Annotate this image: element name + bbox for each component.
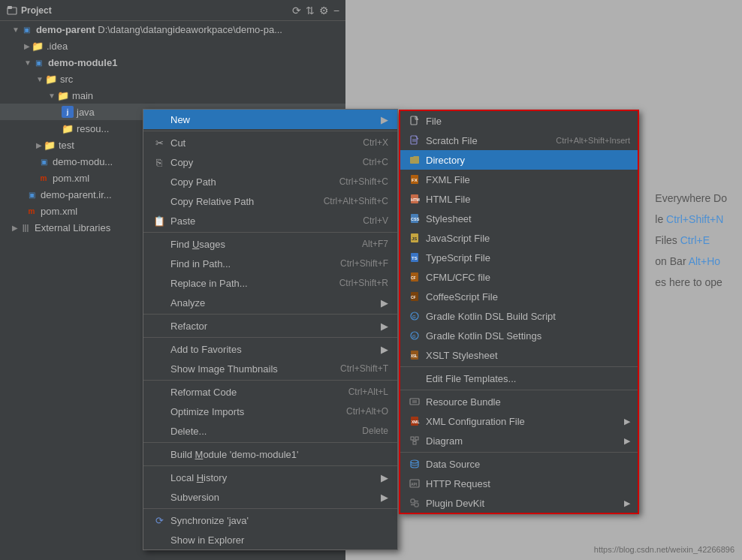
submenu-item-fxml[interactable]: FX FXML File [400, 170, 638, 189]
menu-label-copy-path: Copy Path [170, 176, 324, 188]
menu-item-copy-rel-path[interactable]: Copy Relative Path Ctrl+Alt+Shift+C [143, 191, 397, 211]
submenu-item-coffeescript[interactable]: CF CoffeeScript File [400, 287, 638, 306]
submenu-label-html: HTML File [426, 194, 630, 205]
submenu-arrow: ▶ [381, 344, 388, 355]
menu-item-new[interactable]: New ▶ [143, 110, 397, 129]
svg-text:XSL: XSL [411, 354, 418, 358]
submenu-item-http-request[interactable]: API HTTP Request [400, 474, 638, 493]
settings-icon[interactable]: ⚙ [319, 5, 329, 17]
svg-text:CF: CF [411, 275, 416, 280]
menu-label-subversion: Subversion [170, 492, 378, 503]
menu-item-subversion[interactable]: Subversion ▶ [143, 487, 397, 507]
menu-item-copy[interactable]: ⎘ Copy Ctrl+C [143, 152, 397, 172]
ts-icon: TS [408, 251, 421, 264]
optimize-icon [152, 405, 166, 418]
submenu-item-scratch[interactable]: Scratch File Ctrl+Alt+Shift+Insert [400, 131, 638, 150]
menu-item-cut[interactable]: ✂ Cut Ctrl+X [143, 133, 397, 152]
svg-text:HTML: HTML [411, 197, 420, 202]
tree-item-demo-parent[interactable]: ▼ ▣ demo-parent D:\datang\datangideawork… [0, 21, 345, 38]
submenu-arrow: ▶ [381, 472, 388, 483]
tree-label: resou... [77, 123, 109, 134]
submenu-item-data-source[interactable]: Data Source [400, 454, 638, 474]
diagram-icon [408, 434, 421, 447]
submenu-item-xml-config[interactable]: XML XML Configuration File ▶ [400, 411, 638, 431]
directory-icon [408, 153, 421, 167]
tree-item-demo-module1[interactable]: ▼ ▣ demo-module1 [0, 54, 345, 71]
menu-item-refactor[interactable]: Refactor ▶ [143, 316, 397, 336]
tree-item-main[interactable]: ▼ 📁 main [0, 87, 345, 104]
expand-arrow: ▶ [12, 224, 18, 232]
submenu-item-plugin-devkit[interactable]: Plugin DevKit ▶ [400, 493, 638, 513]
menu-item-replace-in-path[interactable]: Replace in Path... Ctrl+Shift+R [143, 273, 397, 293]
submenu-item-cfml[interactable]: CF CFML/CFC file [400, 267, 638, 287]
shortcut-replace-path: Ctrl+Shift+R [339, 278, 388, 288]
separator [400, 390, 638, 390]
svg-rect-24 [410, 399, 419, 405]
submenu-label-resource-bundle: Resource Bundle [426, 396, 630, 408]
tree-item-src[interactable]: ▼ 📁 src [0, 71, 345, 87]
svg-text:XML: XML [412, 420, 420, 424]
xml-config-icon: XML [408, 414, 421, 428]
submenu-item-html[interactable]: HTML HTML File [400, 189, 638, 209]
submenu-label-javascript: JavaScript File [426, 233, 630, 244]
menu-item-analyze[interactable]: Analyze ▶ [143, 293, 397, 312]
menu-item-find-usages[interactable]: Find Usages Alt+F7 [143, 234, 397, 254]
menu-item-build-module[interactable]: Build Module 'demo-module1' [143, 444, 397, 464]
shortcut-copy: Ctrl+C [363, 157, 388, 167]
favorites-icon [152, 342, 166, 356]
ext-libs-icon: ||| [20, 221, 32, 233]
menu-item-copy-path[interactable]: Copy Path Ctrl+Shift+C [143, 172, 397, 191]
submenu-label-scratch: Scratch File [426, 135, 548, 146]
tree-label: External Libraries [35, 222, 110, 233]
folder-icon: 📁 [57, 89, 69, 101]
shortcut-scratch: Ctrl+Alt+Shift+Insert [556, 136, 630, 145]
sync-icon: ⟳ [152, 513, 166, 527]
module-icon: ▣ [21, 23, 33, 35]
tree-label: test [59, 140, 74, 151]
project-panel-icons: ⟳ ⇅ ⚙ − [292, 5, 339, 17]
folder-icon: 📁 [32, 40, 44, 52]
project-icon [6, 5, 18, 17]
submenu-item-file[interactable]: File [400, 111, 638, 131]
submenu-item-xslt[interactable]: XSL XSLT Stylesheet [400, 345, 638, 365]
menu-label-analyze: Analyze [170, 297, 378, 309]
submenu-item-stylesheet[interactable]: CSS Stylesheet [400, 209, 638, 228]
shortcut-thumbs: Ctrl+Shift+T [340, 363, 388, 374]
shortcut-copy-path: Ctrl+Shift+C [339, 176, 388, 187]
tree-label: demo-parent.ir... [41, 189, 112, 200]
menu-item-synchronize[interactable]: ⟳ Synchronize 'java' [143, 510, 397, 530]
separator [400, 452, 638, 453]
menu-item-add-favorites[interactable]: Add to Favorites ▶ [143, 339, 397, 359]
minimize-icon[interactable]: − [333, 5, 339, 17]
menu-item-delete[interactable]: Delete... Delete [143, 421, 397, 441]
separator [143, 337, 397, 338]
svg-text:TS: TS [412, 256, 418, 260]
submenu-label-diagram: Diagram [426, 435, 624, 447]
copy-path-icon [152, 175, 166, 188]
submenu-item-edit-templates[interactable]: Edit File Templates... [400, 369, 638, 388]
menu-item-optimize[interactable]: Optimize Imports Ctrl+Alt+O [143, 402, 397, 421]
tree-item-idea[interactable]: ▶ 📁 .idea [0, 38, 345, 54]
sync-icon[interactable]: ⟳ [292, 5, 301, 17]
menu-label-cut: Cut [170, 137, 348, 149]
submenu-item-gradle-settings[interactable]: G Gradle Kotlin DSL Settings [400, 326, 638, 345]
menu-item-local-history[interactable]: Local History ▶ [143, 468, 397, 487]
menu-item-find-in-path[interactable]: Find in Path... Ctrl+Shift+F [143, 254, 397, 273]
separator [143, 380, 397, 381]
separator [400, 366, 638, 367]
submenu-item-resource-bundle[interactable]: Resource Bundle [400, 392, 638, 411]
submenu-item-diagram[interactable]: Diagram ▶ [400, 431, 638, 450]
submenu-item-gradle-dsl[interactable]: G Gradle Kotlin DSL Build Script [400, 306, 638, 326]
menu-label-build-module: Build Module 'demo-module1' [170, 449, 388, 460]
svg-rect-38 [415, 503, 418, 507]
menu-item-show-thumbs[interactable]: Show Image Thumbnails Ctrl+Shift+T [143, 359, 397, 378]
shortcut-paste: Ctrl+V [363, 215, 388, 226]
svg-rect-29 [411, 437, 414, 440]
menu-item-paste[interactable]: 📋 Paste Ctrl+V [143, 211, 397, 230]
submenu-item-directory[interactable]: Directory [400, 150, 638, 170]
submenu-item-typescript[interactable]: TS TypeScript File [400, 248, 638, 267]
menu-item-reformat[interactable]: Reformat Code Ctrl+Alt+L [143, 382, 397, 402]
collapse-icon[interactable]: ⇅ [306, 5, 315, 17]
submenu-item-javascript[interactable]: JS JavaScript File [400, 228, 638, 248]
menu-item-show-explorer[interactable]: Show in Explorer [143, 530, 397, 549]
